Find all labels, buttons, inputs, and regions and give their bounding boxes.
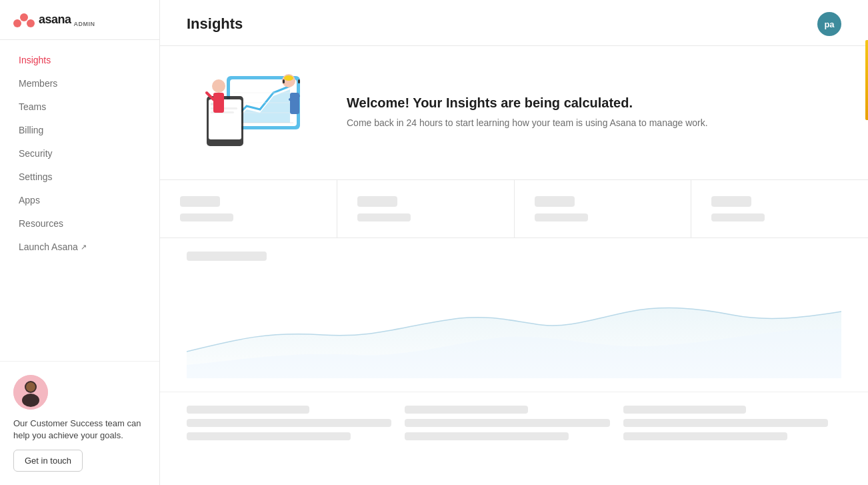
bottom-grid [160, 392, 868, 459]
welcome-subtext: Come back in 24 hours to start learning … [347, 116, 708, 130]
support-section: Our Customer Success team can help you a… [13, 375, 146, 472]
skeleton-line-9 [623, 432, 787, 440]
launch-label: Launch Asana [19, 241, 78, 252]
stat-skeleton-title-1 [180, 196, 220, 207]
stat-card-4 [691, 180, 868, 237]
sidebar-item-insights[interactable]: Insights [5, 49, 154, 71]
stat-skeleton-value-1 [180, 213, 233, 221]
main-content: Insights pa [160, 0, 868, 485]
sidebar-item-security[interactable]: Security [5, 142, 154, 165]
insights-illustration [187, 66, 320, 159]
skeleton-line-1 [187, 406, 309, 414]
accent-bar [865, 40, 868, 120]
get-in-touch-button[interactable]: Get in touch [13, 450, 83, 472]
sidebar: asana ADMIN Insights Members Teams Billi… [0, 0, 160, 485]
svg-rect-24 [283, 79, 285, 83]
svg-rect-23 [284, 75, 293, 81]
user-avatar[interactable]: pa [817, 12, 841, 36]
asana-logo-icon [13, 13, 35, 27]
stat-skeleton-title-4 [711, 196, 751, 207]
avatar-illustration [13, 375, 48, 410]
welcome-heading: Welcome! Your Insights are being calcula… [347, 95, 708, 111]
sidebar-item-billing[interactable]: Billing [5, 119, 154, 141]
stat-skeleton-value-4 [711, 213, 765, 221]
skeleton-line-7 [623, 406, 746, 414]
grid-cell-2 [405, 406, 623, 446]
grid-cell-1 [187, 406, 405, 446]
skeleton-line-5 [405, 419, 609, 427]
welcome-illustration [187, 66, 320, 159]
stat-skeleton-title-2 [357, 196, 397, 207]
sidebar-bottom: Our Customer Success team can help you a… [0, 361, 159, 485]
sidebar-item-teams[interactable]: Teams [5, 95, 154, 118]
sidebar-item-launch-asana[interactable]: Launch Asana ↗ [5, 235, 154, 258]
main-header: Insights pa [160, 0, 868, 46]
stat-skeleton-title-3 [535, 196, 575, 207]
svg-point-19 [212, 79, 225, 93]
stats-row [160, 179, 868, 238]
stat-card-3 [515, 180, 692, 237]
main-body: Welcome! Your Insights are being calcula… [160, 46, 868, 485]
svg-point-5 [22, 394, 39, 407]
stat-card-1 [160, 180, 337, 237]
welcome-section: Welcome! Your Insights are being calcula… [160, 46, 868, 179]
page-title: Insights [187, 15, 243, 33]
skeleton-line-2 [187, 419, 391, 427]
asana-dots-svg [13, 13, 35, 27]
admin-badge: ADMIN [74, 21, 95, 27]
sidebar-item-settings[interactable]: Settings [5, 165, 154, 188]
stat-skeleton-value-2 [357, 213, 411, 221]
chart-container [187, 272, 841, 378]
external-link-icon: ↗ [81, 243, 87, 252]
support-avatar [13, 375, 48, 410]
stat-skeleton-value-3 [535, 213, 588, 221]
welcome-text: Welcome! Your Insights are being calcula… [347, 95, 708, 130]
grid-cell-3 [623, 406, 841, 446]
svg-rect-25 [298, 79, 300, 83]
skeleton-line-4 [405, 406, 527, 414]
stat-card-2 [337, 180, 515, 237]
support-text: Our Customer Success team can help you a… [13, 418, 146, 442]
chart-svg [187, 272, 841, 378]
svg-rect-20 [213, 93, 224, 113]
sidebar-item-resources[interactable]: Resources [5, 212, 154, 235]
logo-area: asana ADMIN [0, 0, 159, 40]
sidebar-item-members[interactable]: Members [5, 72, 154, 95]
svg-point-0 [20, 13, 28, 21]
skeleton-line-3 [187, 432, 351, 440]
chart-area [160, 238, 868, 392]
skeleton-line-8 [623, 419, 828, 427]
svg-point-2 [27, 19, 35, 27]
chart-label-skeleton [187, 252, 267, 261]
skeleton-line-6 [405, 432, 569, 440]
svg-point-6 [26, 382, 35, 392]
sidebar-item-apps[interactable]: Apps [5, 189, 154, 211]
logo-text: asana [39, 13, 71, 27]
sidebar-nav: Insights Members Teams Billing Security … [0, 40, 159, 361]
svg-point-1 [13, 19, 21, 27]
